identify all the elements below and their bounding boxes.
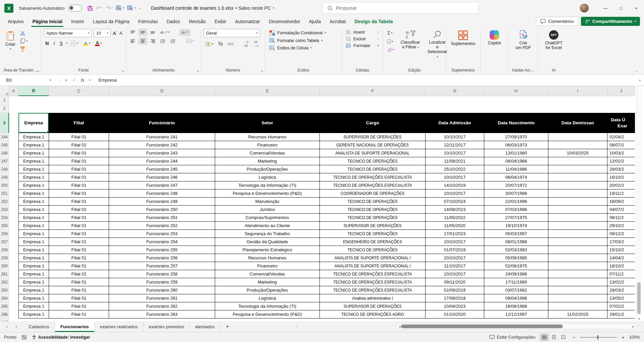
grid-cell[interactable]: 07/03/1998 <box>484 206 548 214</box>
grid-cell[interactable]: Funcionário 249 <box>109 198 215 206</box>
grid-cell[interactable]: Marketing <box>215 157 320 165</box>
underline-button[interactable]: S <box>58 40 64 47</box>
sheet-tab-3[interactable]: exames previstos <box>143 321 190 332</box>
grid-cell[interactable] <box>548 254 607 262</box>
grid-cell[interactable]: Funcionário 253 <box>109 230 215 238</box>
grid-cell[interactable]: Logística <box>215 294 320 302</box>
grid-cell[interactable] <box>548 230 607 238</box>
increase-font-button[interactable]: A^ <box>113 30 117 36</box>
collapse-ribbon-button[interactable]: ⌄ <box>635 69 638 72</box>
ribbon-tab-5[interactable]: Dados <box>162 16 184 27</box>
grid-cell[interactable]: TECNICO DE OPERAÇÕES <box>320 165 426 173</box>
grid-cell[interactable]: Comercial/Vendas <box>215 270 320 278</box>
grid-cell[interactable]: 22/11/2017 <box>426 141 484 149</box>
grid-cell[interactable]: Empresa 1 <box>18 278 49 286</box>
grid-cell[interactable]: Empresa 1 <box>18 189 49 198</box>
grid-cell[interactable]: Empresa 1 <box>18 294 49 302</box>
grid-cell[interactable]: 06/04/1974 <box>484 173 548 181</box>
addins-button[interactable]: Suplementos <box>449 29 478 47</box>
copy-button[interactable]: ▾ <box>20 38 28 44</box>
grid-cell[interactable]: Filial 01 <box>49 214 109 222</box>
empty-cell[interactable] <box>9 149 18 157</box>
decrease-font-button[interactable]: Aˇ <box>119 31 123 36</box>
grid-cell[interactable]: Empresa 1 <box>18 302 49 310</box>
format-painter-button[interactable] <box>20 46 28 52</box>
grid-cell[interactable]: 30/07/1988 <box>484 189 548 198</box>
wrap-text-button[interactable]: ab <box>180 29 190 36</box>
grid-cell[interactable]: Filial 01 <box>49 254 109 262</box>
page-layout-view-button[interactable] <box>549 334 558 341</box>
confirm-formula-button[interactable]: ✓ <box>72 78 76 83</box>
cell-styles-button[interactable]: Estilos de Célula▾ <box>268 44 339 52</box>
sheet-nav-next[interactable]: › <box>15 323 17 330</box>
grid-cell[interactable]: Filial 01 <box>49 222 109 230</box>
excel-app-icon[interactable]: X <box>4 4 13 13</box>
bold-button[interactable]: N <box>44 40 50 47</box>
grid-cell[interactable]: 27/09/1970 <box>484 133 548 141</box>
ribbon-tab-9[interactable]: Desenvolvedor <box>264 16 304 27</box>
grid-cell[interactable]: Tecnologia da Informação (TI) <box>215 302 320 310</box>
fill-color-button[interactable]: ▾ <box>82 40 92 47</box>
grid-cell[interactable] <box>548 238 607 246</box>
grid-cell[interactable]: 02/08/1975 <box>484 262 548 270</box>
grid-cell[interactable]: 11/05/2022 <box>426 214 484 222</box>
grid-cell[interactable]: Filial 01 <box>49 230 109 238</box>
format-cells-button[interactable]: Formatar▾ <box>345 42 380 49</box>
empty-cell[interactable] <box>9 254 18 262</box>
row-header-249[interactable]: 249 <box>0 173 9 181</box>
expand-formula-bar-button[interactable]: ▾ <box>639 79 641 82</box>
avatar[interactable] <box>580 3 589 13</box>
grid-cell[interactable]: 04/07/2 <box>607 206 635 214</box>
minimize-button[interactable]: — <box>598 0 613 16</box>
empty-cell[interactable] <box>9 173 18 181</box>
maximize-button[interactable]: □ <box>613 0 629 16</box>
empty-cell[interactable] <box>9 230 18 238</box>
alignment-launcher[interactable]: ↘ <box>196 69 199 73</box>
grid-cell[interactable]: Empresa 1 <box>18 149 49 157</box>
sheet-tab-4[interactable]: atestados <box>190 321 220 332</box>
vertical-scrollbar[interactable]: ▾ <box>636 86 641 321</box>
empty-cell[interactable] <box>9 222 18 230</box>
fill-button[interactable]: ↓▾ <box>386 38 395 45</box>
column-header-G[interactable]: G <box>426 86 484 96</box>
row-header-1[interactable]: 1 <box>0 96 9 104</box>
sort-filter-button[interactable]: AZ Classificare Filtrar ▾ <box>399 29 422 60</box>
grid-cell[interactable]: Empresa 1 <box>18 310 49 318</box>
grid-cell[interactable]: Filial 01 <box>49 294 109 302</box>
ribbon-tab-1[interactable]: Página Inicial <box>28 16 66 27</box>
empty-cell[interactable] <box>9 238 18 246</box>
grid-cell[interactable]: Filial 01 <box>49 262 109 270</box>
grid-cell[interactable]: Financeiro <box>215 262 320 270</box>
grid-cell[interactable]: 13/02/2 <box>607 278 635 286</box>
grid-cell[interactable]: 16/10/2 <box>607 173 635 181</box>
grid-cell[interactable]: 05/09/1985 <box>484 254 548 262</box>
header-cell[interactable]: Cargo <box>320 113 426 133</box>
grid-cell[interactable]: Funcionário 252 <box>109 222 215 230</box>
row-header-255[interactable]: 255 <box>0 222 9 230</box>
grid-cell[interactable]: Segurança do Trabalho <box>215 230 320 238</box>
grid-cell[interactable]: 24/09/1986 <box>484 270 548 278</box>
row-header-251[interactable]: 251 <box>0 189 9 198</box>
grid-cell[interactable]: 16/08/1988 <box>484 302 548 310</box>
grid-cell[interactable]: Empresa 1 <box>18 198 49 206</box>
grid-cell[interactable]: Funcionário 259 <box>109 278 215 286</box>
align-top-button[interactable] <box>129 29 137 35</box>
grid-cell[interactable]: 28/03/2 <box>607 165 635 173</box>
grid-cell[interactable]: 10/04/2023 <box>426 302 484 310</box>
grid-cell[interactable]: 09/11/2020 <box>426 278 484 286</box>
grid-cell[interactable]: 14/10/2019 <box>426 181 484 189</box>
grid-cell[interactable]: Analista administrativo I <box>320 294 426 302</box>
column-header-D[interactable]: D <box>109 86 215 96</box>
grid-cell[interactable]: Funcionário 248 <box>109 189 215 198</box>
grid-cell[interactable]: 20/02/2 <box>607 181 635 189</box>
grid-cell[interactable]: Funcionário 243 <box>109 149 215 157</box>
grid-cell[interactable]: 10/10/2017 <box>426 149 484 157</box>
grid-cell[interactable]: TECNICO DE OPERAÇÕES ESPECIALISTA <box>320 181 426 189</box>
column-header-C[interactable]: C <box>49 86 109 96</box>
ribbon-tab-8[interactable]: Automatizar <box>231 16 264 27</box>
grid-cell[interactable]: 16/09/2 <box>607 198 635 206</box>
clear-button[interactable]: ▾ <box>386 46 395 53</box>
clipboard-launcher[interactable]: ↘ <box>37 69 39 73</box>
decrease-decimal-button[interactable]: ,00→,0 <box>252 40 260 49</box>
header-cell-clipped[interactable]: Data ÚExar <box>607 113 635 133</box>
